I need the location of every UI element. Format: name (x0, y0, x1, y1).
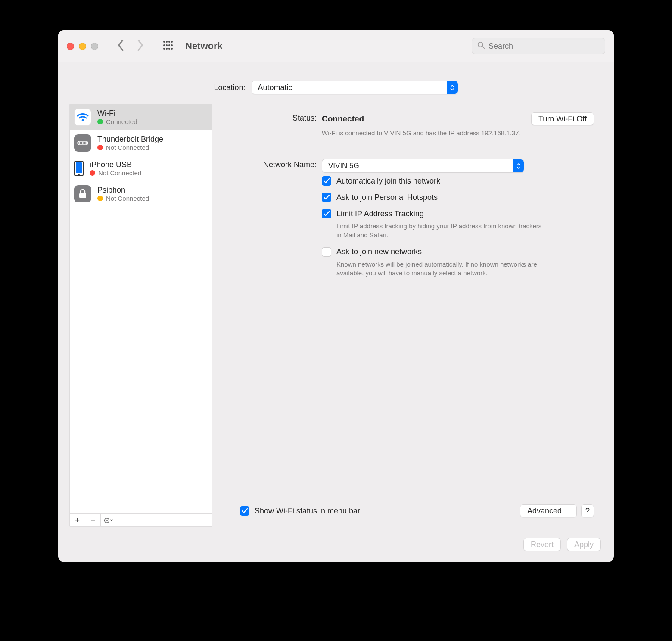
svg-point-22 (106, 520, 107, 521)
show-all-icon[interactable] (157, 40, 177, 53)
thunderbolt-icon (74, 134, 91, 152)
apply-button[interactable]: Apply (567, 538, 601, 551)
menubar-checkbox[interactable] (240, 506, 249, 516)
titlebar: Network (58, 30, 614, 62)
svg-point-17 (85, 142, 87, 144)
network-name-select[interactable]: VIVIN 5G (322, 159, 524, 173)
auto-join-label: Automatically join this network (336, 177, 440, 186)
status-detail: Wi-Fi is connected to VIVIN 5G and has t… (322, 129, 533, 137)
status-label: Status: (222, 112, 322, 123)
chevron-updown-icon (513, 159, 524, 172)
back-button[interactable] (117, 40, 125, 53)
svg-point-1 (166, 41, 168, 43)
help-button[interactable]: ? (581, 504, 594, 517)
network-name-value: VIVIN 5G (328, 162, 366, 170)
chevron-updown-icon (447, 81, 458, 94)
sidebar-item-psiphon[interactable]: Psiphon Not Connected (70, 181, 212, 207)
location-row: Location: Automatic (58, 62, 614, 104)
svg-point-4 (163, 44, 165, 46)
ask-new-label: Ask to join new networks (336, 247, 422, 256)
status-value: Connected (322, 114, 364, 124)
ask-new-help: Known networks will be joined automatica… (336, 260, 548, 278)
ask-new-checkbox[interactable] (322, 247, 331, 257)
svg-point-5 (166, 44, 168, 46)
window-controls (67, 43, 98, 50)
status-dot-icon (97, 119, 103, 124)
svg-point-2 (168, 41, 170, 43)
toggle-wifi-button[interactable]: Turn Wi-Fi Off (531, 112, 594, 125)
svg-point-14 (82, 119, 84, 121)
close-icon[interactable] (67, 43, 74, 50)
svg-point-7 (171, 44, 173, 46)
details-panel: Status: Connected Turn Wi-Fi Off Wi-Fi i… (222, 104, 603, 527)
status-dot-icon (90, 170, 95, 176)
limit-ip-label: Limit IP Address Tracking (336, 209, 424, 218)
svg-point-9 (166, 48, 168, 50)
remove-service-button[interactable]: − (85, 514, 101, 526)
sidebar-item-label: iPhone USB (90, 160, 141, 169)
svg-point-16 (82, 142, 84, 144)
ask-hotspot-label: Ask to join Personal Hotspots (336, 193, 438, 202)
service-footer-spacer (116, 514, 212, 526)
status-dot-icon (97, 145, 103, 150)
service-list: Wi-Fi Connected Thunderbolt Bridge Not C… (69, 104, 212, 527)
limit-ip-help: Limit IP address tracking by hiding your… (336, 222, 548, 240)
search-icon (477, 41, 485, 51)
lock-icon (74, 185, 91, 202)
menubar-label: Show Wi-Fi status in menu bar (255, 507, 360, 516)
service-action-menu[interactable] (101, 514, 116, 526)
zoom-icon[interactable] (91, 43, 98, 50)
svg-point-10 (168, 48, 170, 50)
network-preferences-window: Network Location: Automatic (58, 30, 614, 562)
location-select[interactable]: Automatic (252, 81, 458, 94)
search-field[interactable] (472, 38, 605, 54)
main-area: Wi-Fi Connected Thunderbolt Bridge Not C… (58, 104, 614, 527)
add-service-button[interactable]: + (70, 514, 85, 526)
svg-point-0 (163, 41, 165, 43)
iphone-icon (74, 161, 84, 176)
sidebar-item-label: Psiphon (97, 186, 149, 195)
search-input[interactable] (488, 42, 600, 51)
svg-point-8 (163, 48, 165, 50)
location-value: Automatic (258, 83, 299, 92)
sidebar-item-thunderbolt[interactable]: Thunderbolt Bridge Not Connected (70, 130, 212, 156)
svg-line-13 (482, 46, 485, 48)
wifi-icon (74, 109, 91, 126)
minimize-icon[interactable] (79, 43, 86, 50)
page-title: Network (185, 40, 223, 52)
svg-point-11 (171, 48, 173, 50)
auto-join-checkbox[interactable] (322, 176, 331, 186)
svg-point-21 (106, 520, 106, 521)
sidebar-item-iphone-usb[interactable]: iPhone USB Not Connected (70, 156, 212, 181)
sidebar-item-wifi[interactable]: Wi-Fi Connected (70, 104, 212, 130)
revert-button[interactable]: Revert (523, 538, 561, 551)
footer: Revert Apply (58, 527, 614, 562)
service-list-footer: + − (70, 513, 212, 526)
svg-point-12 (478, 42, 483, 47)
sidebar-item-label: Thunderbolt Bridge (97, 135, 163, 144)
network-name-label: Network Name: (222, 159, 322, 169)
svg-rect-19 (79, 193, 86, 198)
svg-point-3 (171, 41, 173, 43)
status-dot-icon (97, 196, 103, 201)
limit-ip-checkbox[interactable] (322, 209, 331, 218)
svg-point-23 (107, 520, 108, 521)
forward-button[interactable] (136, 40, 144, 53)
advanced-button[interactable]: Advanced… (520, 504, 577, 517)
location-label: Location: (214, 83, 245, 92)
ask-hotspot-checkbox[interactable] (322, 193, 331, 202)
sidebar-item-label: Wi-Fi (97, 109, 137, 118)
svg-point-6 (168, 44, 170, 46)
svg-point-15 (78, 142, 80, 144)
nav-arrows (117, 40, 144, 53)
